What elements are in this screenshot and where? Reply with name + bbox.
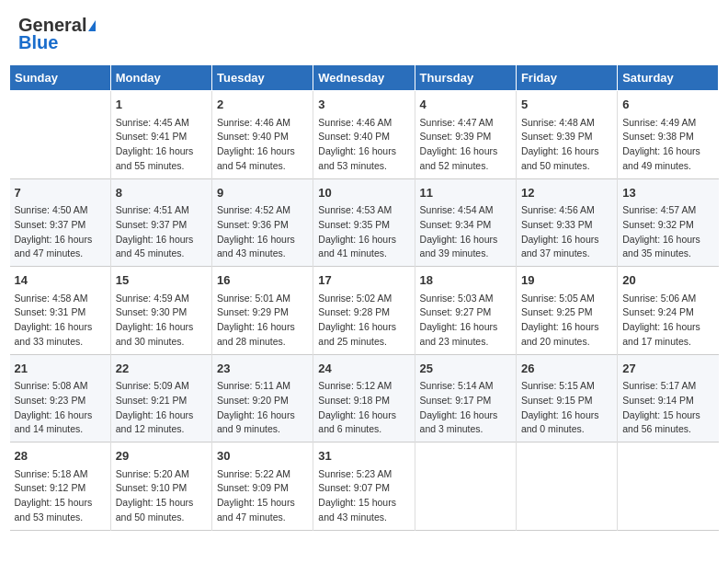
day-header-monday: Monday bbox=[110, 65, 211, 91]
calendar-cell: 9Sunrise: 4:52 AMSunset: 9:36 PMDaylight… bbox=[212, 178, 313, 267]
calendar-cell bbox=[618, 442, 719, 531]
logo-blue: Blue bbox=[18, 32, 58, 53]
calendar-cell: 6Sunrise: 4:49 AMSunset: 9:38 PMDaylight… bbox=[618, 91, 719, 179]
calendar-cell: 10Sunrise: 4:53 AMSunset: 9:35 PMDayligh… bbox=[313, 178, 415, 267]
cell-content: Sunrise: 5:14 AMSunset: 9:17 PMDaylight:… bbox=[420, 379, 511, 437]
calendar-cell: 20Sunrise: 5:06 AMSunset: 9:24 PMDayligh… bbox=[618, 267, 719, 355]
cell-content: Sunrise: 4:51 AMSunset: 9:37 PMDaylight:… bbox=[116, 203, 207, 261]
cell-content: Sunrise: 4:46 AMSunset: 9:40 PMDaylight:… bbox=[318, 116, 409, 174]
day-number: 26 bbox=[521, 360, 612, 378]
calendar-week-row: 14Sunrise: 4:58 AMSunset: 9:31 PMDayligh… bbox=[10, 267, 719, 355]
calendar-cell: 30Sunrise: 5:22 AMSunset: 9:09 PMDayligh… bbox=[212, 442, 313, 531]
day-number: 2 bbox=[217, 96, 308, 114]
day-number: 27 bbox=[622, 360, 713, 378]
cell-content: Sunrise: 4:56 AMSunset: 9:33 PMDaylight:… bbox=[521, 203, 612, 261]
calendar-cell: 22Sunrise: 5:09 AMSunset: 9:21 PMDayligh… bbox=[110, 354, 211, 442]
calendar-cell bbox=[10, 91, 111, 179]
calendar-cell: 19Sunrise: 5:05 AMSunset: 9:25 PMDayligh… bbox=[516, 267, 617, 355]
cell-content: Sunrise: 4:59 AMSunset: 9:30 PMDaylight:… bbox=[116, 292, 207, 350]
calendar-week-row: 7Sunrise: 4:50 AMSunset: 9:37 PMDaylight… bbox=[10, 178, 719, 267]
calendar-cell: 8Sunrise: 4:51 AMSunset: 9:37 PMDaylight… bbox=[110, 178, 211, 267]
calendar-cell: 23Sunrise: 5:11 AMSunset: 9:20 PMDayligh… bbox=[212, 354, 313, 442]
cell-content: Sunrise: 5:02 AMSunset: 9:28 PMDaylight:… bbox=[318, 292, 409, 350]
day-header-friday: Friday bbox=[516, 65, 617, 91]
logo: General Blue bbox=[18, 15, 96, 53]
calendar-header-row: SundayMondayTuesdayWednesdayThursdayFrid… bbox=[10, 65, 719, 91]
cell-content: Sunrise: 5:23 AMSunset: 9:07 PMDaylight:… bbox=[318, 467, 409, 525]
calendar-table: SundayMondayTuesdayWednesdayThursdayFrid… bbox=[9, 64, 719, 531]
cell-content: Sunrise: 5:08 AMSunset: 9:23 PMDaylight:… bbox=[15, 379, 106, 437]
calendar-cell: 31Sunrise: 5:23 AMSunset: 9:07 PMDayligh… bbox=[313, 442, 415, 531]
calendar-cell: 2Sunrise: 4:46 AMSunset: 9:40 PMDaylight… bbox=[212, 91, 313, 179]
day-number: 29 bbox=[116, 447, 207, 465]
cell-content: Sunrise: 4:48 AMSunset: 9:39 PMDaylight:… bbox=[521, 116, 612, 174]
cell-content: Sunrise: 5:06 AMSunset: 9:24 PMDaylight:… bbox=[622, 292, 713, 350]
day-number: 23 bbox=[217, 360, 308, 378]
day-number: 17 bbox=[318, 271, 409, 290]
day-number: 22 bbox=[116, 360, 207, 378]
cell-content: Sunrise: 5:12 AMSunset: 9:18 PMDaylight:… bbox=[318, 379, 409, 437]
calendar-cell: 14Sunrise: 4:58 AMSunset: 9:31 PMDayligh… bbox=[10, 267, 111, 355]
day-header-tuesday: Tuesday bbox=[212, 65, 313, 91]
calendar-cell: 18Sunrise: 5:03 AMSunset: 9:27 PMDayligh… bbox=[415, 267, 516, 355]
logo-triangle-icon bbox=[88, 20, 96, 31]
day-number: 25 bbox=[420, 360, 511, 378]
cell-content: Sunrise: 5:03 AMSunset: 9:27 PMDaylight:… bbox=[420, 292, 511, 350]
cell-content: Sunrise: 4:52 AMSunset: 9:36 PMDaylight:… bbox=[217, 203, 308, 261]
cell-content: Sunrise: 4:47 AMSunset: 9:39 PMDaylight:… bbox=[420, 116, 511, 174]
calendar-cell: 24Sunrise: 5:12 AMSunset: 9:18 PMDayligh… bbox=[313, 354, 415, 442]
day-number: 4 bbox=[420, 96, 511, 114]
cell-content: Sunrise: 5:22 AMSunset: 9:09 PMDaylight:… bbox=[217, 467, 308, 525]
day-header-thursday: Thursday bbox=[415, 65, 516, 91]
calendar-cell: 15Sunrise: 4:59 AMSunset: 9:30 PMDayligh… bbox=[110, 267, 211, 355]
cell-content: Sunrise: 5:17 AMSunset: 9:14 PMDaylight:… bbox=[622, 379, 713, 437]
calendar-cell: 11Sunrise: 4:54 AMSunset: 9:34 PMDayligh… bbox=[415, 178, 516, 267]
calendar-cell: 5Sunrise: 4:48 AMSunset: 9:39 PMDaylight… bbox=[516, 91, 617, 179]
calendar-cell: 25Sunrise: 5:14 AMSunset: 9:17 PMDayligh… bbox=[415, 354, 516, 442]
cell-content: Sunrise: 4:58 AMSunset: 9:31 PMDaylight:… bbox=[15, 292, 106, 350]
day-number: 8 bbox=[116, 184, 207, 202]
day-number: 16 bbox=[217, 271, 308, 290]
day-number: 1 bbox=[116, 96, 207, 114]
day-number: 11 bbox=[420, 184, 511, 202]
day-number: 24 bbox=[318, 360, 409, 378]
calendar-cell: 17Sunrise: 5:02 AMSunset: 9:28 PMDayligh… bbox=[313, 267, 415, 355]
calendar-cell: 16Sunrise: 5:01 AMSunset: 9:29 PMDayligh… bbox=[212, 267, 313, 355]
calendar-cell: 4Sunrise: 4:47 AMSunset: 9:39 PMDaylight… bbox=[415, 91, 516, 179]
day-number: 20 bbox=[622, 271, 713, 290]
cell-content: Sunrise: 4:45 AMSunset: 9:41 PMDaylight:… bbox=[116, 116, 207, 174]
calendar-cell: 28Sunrise: 5:18 AMSunset: 9:12 PMDayligh… bbox=[10, 442, 111, 531]
day-number: 5 bbox=[521, 96, 612, 114]
calendar-cell bbox=[516, 442, 617, 531]
cell-content: Sunrise: 4:57 AMSunset: 9:32 PMDaylight:… bbox=[622, 203, 713, 261]
cell-content: Sunrise: 4:46 AMSunset: 9:40 PMDaylight:… bbox=[217, 116, 308, 174]
calendar-week-row: 21Sunrise: 5:08 AMSunset: 9:23 PMDayligh… bbox=[10, 354, 719, 442]
cell-content: Sunrise: 5:20 AMSunset: 9:10 PMDaylight:… bbox=[116, 467, 207, 525]
day-number: 13 bbox=[622, 184, 713, 202]
day-number: 18 bbox=[420, 271, 511, 290]
calendar-cell bbox=[415, 442, 516, 531]
cell-content: Sunrise: 4:50 AMSunset: 9:37 PMDaylight:… bbox=[15, 203, 106, 261]
cell-content: Sunrise: 5:15 AMSunset: 9:15 PMDaylight:… bbox=[521, 379, 612, 437]
day-number: 9 bbox=[217, 184, 308, 202]
cell-content: Sunrise: 5:18 AMSunset: 9:12 PMDaylight:… bbox=[15, 467, 106, 525]
day-number: 3 bbox=[318, 96, 409, 114]
calendar-cell: 21Sunrise: 5:08 AMSunset: 9:23 PMDayligh… bbox=[10, 354, 111, 442]
day-number: 21 bbox=[15, 360, 106, 378]
day-number: 7 bbox=[15, 184, 106, 202]
cell-content: Sunrise: 4:54 AMSunset: 9:34 PMDaylight:… bbox=[420, 203, 511, 261]
day-number: 10 bbox=[318, 184, 409, 202]
day-number: 28 bbox=[15, 447, 106, 465]
day-header-saturday: Saturday bbox=[618, 65, 719, 91]
day-number: 15 bbox=[116, 271, 207, 290]
cell-content: Sunrise: 5:11 AMSunset: 9:20 PMDaylight:… bbox=[217, 379, 308, 437]
cell-content: Sunrise: 4:49 AMSunset: 9:38 PMDaylight:… bbox=[622, 116, 713, 174]
day-header-sunday: Sunday bbox=[10, 65, 111, 91]
cell-content: Sunrise: 5:05 AMSunset: 9:25 PMDaylight:… bbox=[521, 292, 612, 350]
day-number: 31 bbox=[318, 447, 409, 465]
cell-content: Sunrise: 4:53 AMSunset: 9:35 PMDaylight:… bbox=[318, 203, 409, 261]
calendar-cell: 12Sunrise: 4:56 AMSunset: 9:33 PMDayligh… bbox=[516, 178, 617, 267]
calendar-cell: 26Sunrise: 5:15 AMSunset: 9:15 PMDayligh… bbox=[516, 354, 617, 442]
calendar-cell: 7Sunrise: 4:50 AMSunset: 9:37 PMDaylight… bbox=[10, 178, 111, 267]
calendar-cell: 27Sunrise: 5:17 AMSunset: 9:14 PMDayligh… bbox=[618, 354, 719, 442]
